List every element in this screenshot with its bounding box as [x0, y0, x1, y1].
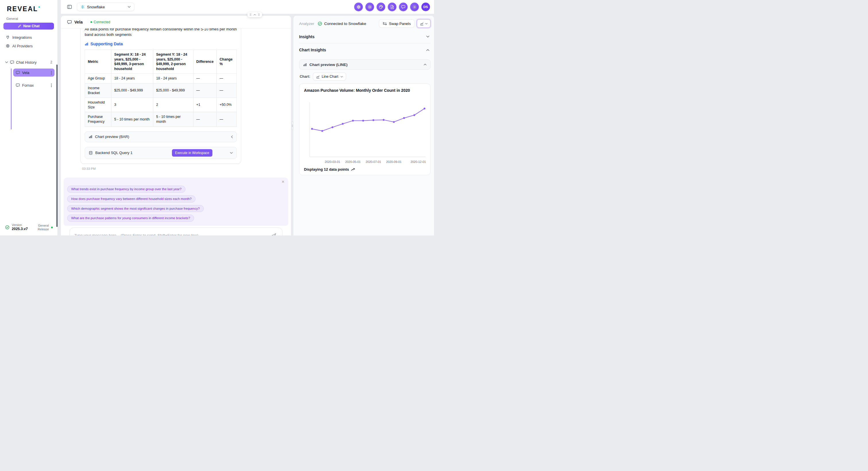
chat-title: Vela [74, 20, 83, 24]
snowflake-icon [81, 5, 85, 9]
sql-query-bar[interactable]: Backend SQL Query 1 Execute in Workspace [85, 147, 237, 159]
chart-type-dropdown[interactable]: Line Chart [313, 73, 346, 80]
execute-in-workspace-button[interactable]: Execute in Workspace [172, 149, 212, 157]
svg-text:2020-07-01: 2020-07-01 [366, 160, 381, 164]
chat-item-fornax[interactable]: Fornax [13, 81, 55, 89]
chevron-up-icon [253, 14, 256, 15]
chart-insights-section-header[interactable]: Chart Insights [299, 43, 431, 57]
close-suggestions-button[interactable]: × [282, 179, 284, 184]
suggestion-pill[interactable]: What trends exist in purchase frequency … [67, 186, 185, 193]
chevron-down-icon [128, 6, 131, 8]
chat-list: VelaFornax [11, 69, 55, 129]
data-points-label: Displaying 12 data points [304, 167, 349, 172]
sun-icon [368, 5, 372, 9]
user-avatar[interactable]: DS [422, 3, 430, 11]
content-area: Vela Connected All data points for purch… [61, 14, 434, 236]
chart-preview-bar[interactable]: Chart preview (BAR) [85, 131, 237, 142]
pencil-icon [18, 24, 21, 28]
table-row: Age Group18 - 24 years18 - 24 years—— [85, 74, 237, 83]
chart-preview-label: Chart preview (BAR) [95, 135, 129, 139]
suggestion-pill[interactable]: How does purchase frequency vary between… [67, 195, 195, 203]
line-chart-icon [316, 75, 320, 78]
gear-icon [412, 5, 417, 9]
message-input-box[interactable] [69, 228, 282, 236]
chart-type-toggle-button[interactable] [417, 19, 431, 28]
panel-toggle-button[interactable] [66, 4, 73, 10]
chart-insights-label: Chart Insights [299, 47, 326, 52]
line-chart: 2020-03-012020-05-012020-07-012020-09-01… [304, 94, 427, 166]
release-channel: General [38, 224, 49, 228]
status-dot [90, 21, 92, 23]
chat-history-header[interactable]: Chat History 2 [3, 58, 55, 66]
bar-chart-icon [85, 42, 88, 46]
main-column: Snowflake DS [61, 0, 434, 236]
swap-panels-label: Swap Panels [389, 22, 411, 26]
chat-item-vela[interactable]: Vela [13, 69, 55, 76]
supporting-data-label: Supporting Data [90, 42, 123, 46]
settings-button[interactable] [410, 3, 419, 11]
swap-icon [383, 22, 387, 25]
panel-resize-handle[interactable] [291, 121, 293, 130]
chevron-down-icon [426, 36, 429, 38]
table-cell: 3 [111, 98, 153, 112]
insights-section-header[interactable]: Insights [299, 30, 431, 43]
chat-item-menu-icon[interactable] [51, 83, 52, 87]
chat-panel: Vela Connected All data points for purch… [61, 16, 291, 236]
panel-divider [291, 16, 293, 236]
table-cell: Age Group [85, 74, 112, 83]
table-cell: — [193, 112, 216, 127]
logo-text: REVEAL [7, 5, 38, 13]
chevron-down-icon [230, 152, 233, 154]
workspace-selector[interactable]: Snowflake [77, 3, 134, 11]
plugins-button[interactable] [354, 3, 363, 11]
chart-icon [420, 22, 424, 26]
table-cell: — [216, 112, 237, 127]
svg-text:2020-09-01: 2020-09-01 [386, 160, 402, 164]
sidebar-scrollbar[interactable] [57, 65, 57, 227]
release-status-dot [51, 227, 53, 228]
analyzer-title: Analyzer [299, 22, 314, 26]
sidebar-item-integrations[interactable]: Integrations [3, 33, 55, 42]
chevron-down-icon [5, 61, 8, 63]
chart-title: Amazon Purchase Volume: Monthly Order Co… [304, 88, 426, 93]
message-input-area [61, 226, 291, 236]
close-icon: × [282, 179, 284, 184]
suggestion-pill[interactable]: What are the purchase patterns for young… [67, 214, 194, 222]
send-button[interactable] [270, 231, 278, 236]
chevron-down-icon [425, 23, 428, 24]
chat-history-label: Chat History [16, 60, 37, 65]
check-circle-icon [318, 22, 322, 26]
new-chat-button[interactable]: New Chat [3, 23, 54, 30]
suggestion-pill[interactable]: Which demographic segment shows the most… [67, 205, 204, 212]
documents-button[interactable] [388, 3, 396, 11]
sidebar-item-ai-providers[interactable]: AI Providers [3, 42, 55, 50]
table-header-cell: Segment Y: 18 - 24 years, $25,000 - $49,… [153, 50, 193, 74]
appearance-button[interactable] [377, 3, 385, 11]
supporting-data-table: MetricSegment X: 18 - 24 years, $25,000 … [85, 49, 237, 127]
message-input[interactable] [74, 233, 270, 236]
cpu-icon [6, 44, 10, 48]
sidebar-section-label: General [6, 17, 55, 20]
workspace-name: Snowflake [87, 5, 105, 9]
swap-panels-button[interactable]: Swap Panels [379, 19, 414, 28]
chart-preview-header[interactable]: Chart preview (LINE) [299, 59, 431, 70]
file-icon [391, 5, 394, 9]
theme-button[interactable] [365, 3, 374, 11]
svg-text:2020-03-01: 2020-03-01 [324, 160, 340, 164]
chart-type-value: Line Chart [322, 75, 338, 78]
table-cell: — [216, 83, 237, 98]
table-row: Household Size32+1+50.0% [85, 98, 237, 112]
topbar-actions: DS [354, 3, 430, 11]
chart-footer: Displaying 12 data points [304, 167, 426, 172]
chat-message-area[interactable]: All data points for purchase frequency r… [61, 28, 291, 177]
messages-button[interactable] [399, 3, 408, 11]
table-cell: — [193, 83, 216, 98]
chevron-up-icon [426, 49, 429, 51]
panel-drag-handle[interactable] [247, 12, 262, 17]
version-footer: Version 2025.3.v7 General Release [3, 220, 55, 236]
bar-chart-icon [89, 135, 92, 139]
chat-item-menu-icon[interactable] [51, 71, 52, 75]
palette-icon [379, 5, 383, 9]
version-label: Version [12, 223, 28, 227]
table-cell: 2 [153, 98, 193, 112]
